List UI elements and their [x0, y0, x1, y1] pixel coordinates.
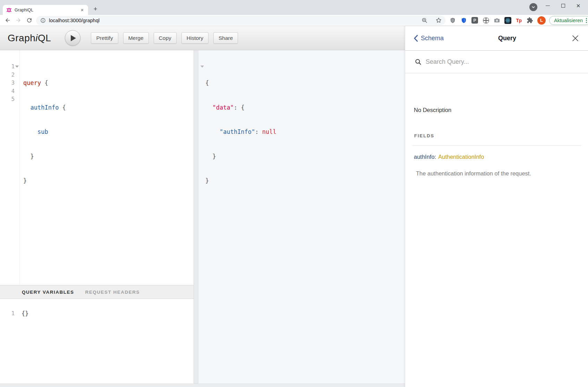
type-description: No Description — [414, 107, 451, 113]
field-name-link[interactable]: authInfo — [414, 154, 435, 160]
browser-navbar: localhost:3000/graphql P — [0, 15, 588, 26]
tab-strip: GraphiQL × + ✕ — [0, 0, 588, 15]
graphiql-logo: GraphiQL — [8, 33, 51, 44]
graphql-favicon-icon — [6, 7, 12, 13]
code-line: } — [205, 153, 276, 161]
fields-heading: FIELDS — [414, 133, 434, 138]
new-tab-button[interactable]: + — [91, 5, 100, 14]
tab-request-headers[interactable]: REQUEST HEADERS — [85, 290, 140, 295]
toolbar-buttons: Prettify Merge Copy History Share — [91, 32, 238, 44]
doc-explorer-header: Schema Query — [405, 26, 588, 51]
reload-icon[interactable] — [25, 16, 33, 25]
field-description: The authentication information of the re… — [416, 170, 531, 177]
close-icon — [572, 35, 579, 42]
zoom-indicator-icon[interactable] — [421, 17, 428, 24]
extensions-puzzle-icon[interactable] — [526, 17, 534, 24]
doc-close-button[interactable] — [571, 34, 580, 43]
code-line: } — [205, 177, 276, 185]
variables-editor[interactable]: {} — [22, 310, 28, 318]
profile-avatar[interactable]: L — [537, 16, 546, 25]
pane-resize-divider[interactable] — [194, 50, 198, 387]
code-line: } — [23, 153, 66, 161]
p-extension-icon[interactable]: P — [471, 17, 478, 24]
graphiql-topbar: GraphiQL Prettify Merge Copy History Sha… — [0, 26, 405, 50]
url-text[interactable]: localhost:3000/graphql — [49, 18, 421, 23]
doc-search-row — [405, 51, 588, 73]
tab-title: GraphiQL — [15, 8, 79, 12]
search-icon — [415, 59, 421, 65]
doc-search-input[interactable] — [426, 58, 557, 66]
field-item-authinfo: authInfo:AuthenticationInfo — [414, 154, 484, 160]
doc-explorer-panel: Schema Query No Description FIELDS authI… — [405, 26, 588, 387]
code-line: "authInfo": null — [205, 128, 276, 136]
copy-button[interactable]: Copy — [154, 32, 177, 44]
result-fold-arrow-icon[interactable] — [201, 66, 204, 68]
window-controls: ✕ — [540, 0, 586, 11]
back-icon[interactable] — [3, 16, 12, 25]
code-line: sub — [23, 128, 66, 136]
fold-arrow-icon[interactable] — [15, 66, 19, 68]
page-info-icon[interactable] — [40, 18, 46, 23]
doc-back-link[interactable]: Schema — [414, 35, 444, 42]
code-line: query { — [23, 79, 66, 87]
merge-button[interactable]: Merge — [123, 32, 149, 44]
tab-close-icon[interactable]: × — [79, 7, 85, 13]
tab-query-variables[interactable]: QUERY VARIABLES — [22, 290, 74, 295]
browser-update-badge-icon[interactable] — [529, 3, 537, 11]
bitwarden-extension-icon[interactable] — [460, 17, 467, 24]
address-bar[interactable]: localhost:3000/graphql — [36, 16, 445, 25]
variables-line-number: 1 — [0, 310, 15, 318]
capture-target-extension-icon[interactable] — [482, 17, 489, 24]
doc-title: Query — [444, 35, 571, 42]
gutter-separator — [19, 50, 20, 285]
kebab-menu-icon — [586, 18, 587, 23]
chevron-left-icon — [414, 35, 418, 42]
execute-query-button[interactable] — [65, 30, 80, 46]
secondary-editor-tabs: QUERY VARIABLES REQUEST HEADERS — [0, 285, 194, 299]
close-window-button[interactable]: ✕ — [571, 0, 586, 11]
play-icon — [71, 35, 76, 41]
browser-window: GraphiQL × + ✕ localhost — [0, 0, 588, 387]
code-line: "data": { — [205, 104, 276, 112]
prettify-button[interactable]: Prettify — [91, 32, 118, 44]
code-line: authInfo { — [23, 104, 66, 112]
code-line: } — [23, 177, 66, 185]
react-devtools-extension-icon[interactable] — [504, 17, 511, 24]
browser-menu-update-button[interactable]: Aktualisieren — [549, 16, 588, 25]
forward-icon[interactable] — [14, 16, 22, 25]
fields-divider — [412, 145, 581, 146]
minimize-button[interactable] — [540, 0, 555, 11]
result-json: { "data": { "authInfo": null } } — [205, 63, 276, 201]
type-name-link[interactable]: AuthenticationInfo — [438, 154, 484, 160]
code-line: { — [205, 79, 276, 87]
browser-tab-graphiql[interactable]: GraphiQL × — [3, 5, 88, 15]
query-line-numbers: 1 2 3 4 5 — [0, 63, 15, 104]
ublock-extension-icon[interactable] — [449, 17, 456, 24]
tp-extension-icon[interactable]: Tp — [515, 17, 522, 24]
maximize-button[interactable] — [555, 0, 571, 11]
history-button[interactable]: History — [181, 32, 208, 44]
share-button[interactable]: Share — [213, 32, 238, 44]
bottom-scrollbar-strip[interactable] — [0, 384, 405, 387]
bookmark-star-icon[interactable] — [435, 17, 442, 24]
query-editor-code[interactable]: query { authInfo { sub } } — [23, 63, 66, 201]
extensions-row: P Tp L — [449, 16, 546, 25]
camera-extension-icon[interactable] — [493, 17, 501, 24]
